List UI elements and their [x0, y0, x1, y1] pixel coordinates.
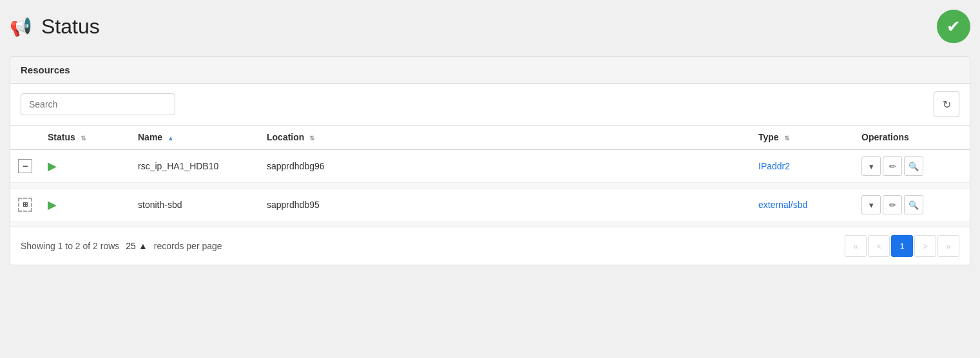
dropdown-icon: ▾	[869, 200, 874, 210]
row1-ops-group: ▾ ✏ 🔍	[861, 156, 962, 176]
search-icon: 🔍	[908, 162, 919, 171]
row1-edit-button[interactable]: ✏	[883, 156, 902, 176]
checkmark-icon: ✔	[946, 17, 961, 37]
col-header-checkbox	[10, 126, 40, 149]
row2-location: sapprdhdb95	[267, 200, 320, 210]
per-page-value: 25	[126, 241, 136, 251]
row2-ops-cell: ▾ ✏ 🔍	[854, 189, 970, 221]
page-next-button[interactable]: >	[914, 235, 936, 257]
row1-status-cell: ▶	[40, 149, 130, 183]
first-icon: «	[853, 241, 858, 251]
sort-icon-status: ⇅	[81, 135, 86, 142]
row2-expand-spacer	[10, 221, 970, 227]
row2-ops-group: ▾ ✏ 🔍	[861, 195, 962, 214]
refresh-button[interactable]: ↻	[934, 91, 959, 117]
panel-footer: Showing 1 to 2 of 2 rows 25 ▲ records pe…	[10, 227, 970, 265]
prev-icon: <	[876, 241, 881, 251]
next-icon: >	[923, 241, 928, 251]
col-header-name[interactable]: Name ▲	[130, 126, 259, 149]
table-row: ⊞ ▶ stonith-sbd sapprdhdb95 external/sbd	[10, 189, 970, 221]
row2-status-cell: ▶	[40, 189, 130, 221]
row1-expand-button[interactable]: −	[18, 159, 32, 173]
page-first-button[interactable]: «	[845, 235, 867, 257]
sort-icon-location: ⇅	[309, 135, 314, 142]
search-input[interactable]	[21, 93, 175, 115]
last-icon: »	[946, 241, 950, 251]
table-header: Status ⇅ Name ▲ Location ⇅ Type ⇅ Operat…	[10, 126, 970, 149]
pagination: « < 1 > »	[845, 235, 959, 257]
status-ok-badge: ✔	[937, 10, 970, 43]
row1-type-cell: IPaddr2	[751, 149, 854, 183]
table-body: − ▶ rsc_ip_HA1_HDB10 sapprdhdbg96 IPaddr…	[10, 149, 970, 227]
row1-name-cell: rsc_ip_HA1_HDB10	[130, 149, 259, 183]
showing-text: Showing 1 to 2 of 2 rows	[21, 241, 119, 251]
title-area: 📢 Status	[10, 15, 100, 39]
row2-expand-button[interactable]: ⊞	[18, 198, 32, 212]
col-header-location[interactable]: Location ⇅	[259, 126, 751, 149]
row2-dropdown-button[interactable]: ▾	[861, 195, 881, 214]
row2-search-button[interactable]: 🔍	[904, 195, 923, 214]
row1-status-icon: ▶	[48, 160, 57, 173]
row1-location: sapprdhdbg96	[267, 161, 325, 171]
row2-location-cell: sapprdhdb95	[259, 189, 751, 221]
page-1-button[interactable]: 1	[891, 235, 913, 257]
resources-table: Status ⇅ Name ▲ Location ⇅ Type ⇅ Operat…	[10, 126, 970, 227]
per-page-arrow-icon: ▲	[139, 241, 148, 251]
row2-name-cell: stonith-sbd	[130, 189, 259, 221]
row1-expand-spacer	[10, 183, 970, 189]
row1-type-link[interactable]: IPaddr2	[758, 161, 790, 171]
dropdown-icon: ▾	[869, 162, 874, 171]
row2-status-icon: ▶	[48, 198, 57, 211]
row2-name: stonith-sbd	[138, 200, 182, 210]
page-last-button[interactable]: »	[937, 235, 959, 257]
edit-icon: ✏	[889, 162, 896, 171]
page-1-label: 1	[899, 241, 904, 251]
records-label: records per page	[154, 241, 222, 251]
footer-info: Showing 1 to 2 of 2 rows 25 ▲ records pe…	[21, 241, 222, 251]
row1-dropdown-button[interactable]: ▾	[861, 156, 881, 176]
col-header-type[interactable]: Type ⇅	[751, 126, 854, 149]
megaphone-icon: 📢	[10, 16, 32, 37]
edit-icon: ✏	[889, 200, 896, 210]
row1-ops-cell: ▾ ✏ 🔍	[854, 149, 970, 183]
resources-panel: Resources ↻ Status ⇅ Name ▲ Location ⇅	[10, 56, 970, 265]
row1-location-cell: sapprdhdbg96	[259, 149, 751, 183]
row1-name: rsc_ip_HA1_HDB10	[138, 161, 218, 171]
col-header-operations: Operations	[854, 126, 970, 149]
search-icon: 🔍	[908, 200, 919, 210]
sort-icon-name: ▲	[168, 135, 174, 142]
row1-expand-cell: −	[10, 149, 40, 183]
page-prev-button[interactable]: <	[868, 235, 890, 257]
table-row: − ▶ rsc_ip_HA1_HDB10 sapprdhdbg96 IPaddr…	[10, 149, 970, 183]
sort-icon-type: ⇅	[784, 135, 789, 142]
row1-search-button[interactable]: 🔍	[904, 156, 923, 176]
page-header: 📢 Status ✔	[10, 6, 970, 46]
panel-title: Resources	[10, 57, 970, 84]
per-page-selector[interactable]: 25 ▲	[126, 241, 147, 251]
refresh-icon: ↻	[943, 99, 951, 111]
page-title: Status	[41, 15, 100, 39]
row2-expand-cell: ⊞	[10, 189, 40, 221]
panel-toolbar: ↻	[10, 84, 970, 126]
col-header-status[interactable]: Status ⇅	[40, 126, 130, 149]
row2-type-link[interactable]: external/sbd	[758, 200, 807, 210]
row2-type-cell: external/sbd	[751, 189, 854, 221]
row2-edit-button[interactable]: ✏	[883, 195, 902, 214]
